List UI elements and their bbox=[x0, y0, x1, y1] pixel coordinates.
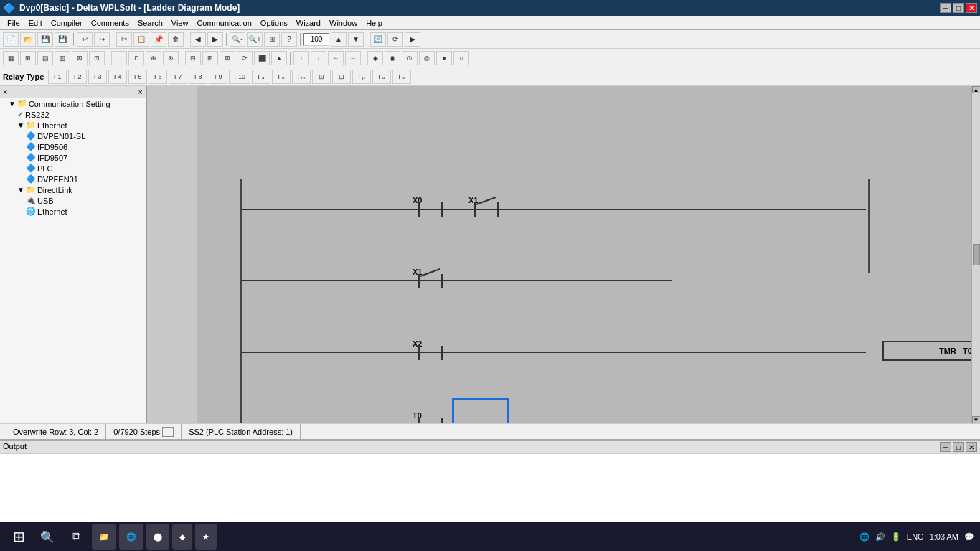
minimize-button[interactable]: ─ bbox=[940, 3, 951, 13]
taskbar-app1[interactable]: ◆ bbox=[172, 524, 192, 550]
tb-r12[interactable]: ⊞ bbox=[202, 51, 218, 65]
menu-window[interactable]: Window bbox=[325, 17, 362, 29]
tb-r11[interactable]: ⊟ bbox=[185, 51, 201, 65]
start-button[interactable]: ⊞ bbox=[6, 524, 32, 550]
menu-wizard[interactable]: Wizard bbox=[292, 17, 325, 29]
tb-r14[interactable]: ⟳ bbox=[237, 51, 253, 65]
scroll-down-arrow[interactable]: ▼ bbox=[972, 416, 981, 423]
output-close[interactable]: ✕ bbox=[966, 442, 977, 452]
tb-del[interactable]: 🗑 bbox=[168, 32, 184, 47]
left-panel-close[interactable]: × bbox=[138, 88, 143, 96]
tb-r15[interactable]: ⬛ bbox=[254, 51, 270, 65]
scroll-thumb[interactable] bbox=[973, 244, 980, 265]
taskbar-file-explorer[interactable]: 📁 bbox=[92, 524, 116, 550]
tb-zoom-in[interactable]: 🔍+ bbox=[247, 32, 263, 47]
tb-refresh[interactable]: 🔄 bbox=[370, 32, 386, 47]
task-view-button[interactable]: ⧉ bbox=[63, 524, 89, 550]
tb-zoom-down[interactable]: ▼ bbox=[348, 32, 364, 47]
tb-r25[interactable]: ● bbox=[436, 51, 452, 65]
tb-r7[interactable]: ⊔ bbox=[111, 51, 127, 65]
relay-btn-18[interactable]: Fᵥ bbox=[392, 70, 411, 84]
relay-btn-5[interactable]: F5 bbox=[128, 70, 147, 84]
tree-ethernet[interactable]: ▼ 📁 Ethernet bbox=[0, 120, 146, 131]
close-button[interactable]: ✕ bbox=[966, 3, 977, 13]
tb-zoom-out[interactable]: 🔍- bbox=[230, 32, 245, 47]
tb-r10[interactable]: ⊗ bbox=[163, 51, 179, 65]
tb-r23[interactable]: ⊙ bbox=[402, 51, 418, 65]
tb-r9[interactable]: ⊕ bbox=[146, 51, 161, 65]
menu-comments[interactable]: Comments bbox=[87, 17, 133, 29]
language-label[interactable]: ENG bbox=[907, 532, 924, 541]
tb-r26[interactable]: ○ bbox=[453, 51, 469, 65]
menu-options[interactable]: Options bbox=[256, 17, 292, 29]
tb-open[interactable]: 📂 bbox=[20, 32, 36, 47]
tb-r17[interactable]: ↑ bbox=[293, 51, 309, 65]
search-button[interactable]: 🔍 bbox=[34, 524, 60, 550]
tb-r1[interactable]: ▦ bbox=[3, 51, 19, 65]
tb-redo[interactable]: ↪ bbox=[94, 32, 110, 47]
tree-rs232[interactable]: ✓ RS232 bbox=[0, 109, 146, 120]
menu-compiler[interactable]: Compiler bbox=[47, 17, 87, 29]
taskbar-chrome[interactable]: ⬤ bbox=[146, 524, 169, 550]
menu-search[interactable]: Search bbox=[133, 17, 167, 29]
tree-dvpfen01[interactable]: 🔷 DVPFEN01 bbox=[0, 174, 146, 184]
diagram-area[interactable]: X0 X1 Y0 ( ) X1 bbox=[197, 86, 980, 423]
relay-btn-12[interactable]: Fₙ bbox=[272, 70, 291, 84]
tb-cut[interactable]: ✂ bbox=[116, 32, 132, 47]
tree-ifd9506[interactable]: 🔷 IFD9506 bbox=[0, 141, 146, 152]
scroll-up-arrow[interactable]: ▲ bbox=[972, 86, 981, 93]
tb-undo[interactable]: ↩ bbox=[77, 32, 93, 47]
tb-r18[interactable]: ↓ bbox=[311, 51, 326, 65]
tree-usb[interactable]: 🔌 USB bbox=[0, 195, 146, 206]
output-minimize[interactable]: ─ bbox=[940, 442, 951, 452]
relay-btn-17[interactable]: Fᵤ bbox=[372, 70, 391, 84]
relay-btn-1[interactable]: F1 bbox=[48, 70, 67, 84]
relay-btn-14[interactable]: ⊞ bbox=[312, 70, 331, 84]
relay-btn-15[interactable]: ⊡ bbox=[332, 70, 351, 84]
tb-r8[interactable]: ⊓ bbox=[128, 51, 144, 65]
tb-paste[interactable]: 📌 bbox=[151, 32, 166, 47]
relay-btn-3[interactable]: F3 bbox=[88, 70, 107, 84]
tb-r4[interactable]: ▥ bbox=[55, 51, 70, 65]
relay-btn-7[interactable]: F7 bbox=[169, 70, 187, 84]
menu-communication[interactable]: Communication bbox=[192, 17, 255, 29]
tb-run[interactable]: ▶ bbox=[405, 32, 420, 47]
maximize-button[interactable]: □ bbox=[953, 3, 964, 13]
menu-file[interactable]: File bbox=[3, 17, 24, 29]
relay-btn-9[interactable]: F9 bbox=[209, 70, 227, 84]
tb-help[interactable]: ? bbox=[281, 32, 297, 47]
tree-ethernet2[interactable]: 🌐 Ethernet bbox=[0, 206, 146, 217]
tb-refresh2[interactable]: ⟳ bbox=[387, 32, 403, 47]
relay-btn-11[interactable]: Fₐ bbox=[252, 70, 270, 84]
relay-btn-10[interactable]: F10 bbox=[229, 70, 250, 84]
tb-r5[interactable]: ⊠ bbox=[72, 51, 88, 65]
relay-btn-13[interactable]: Fₘ bbox=[292, 70, 311, 84]
tb-copy[interactable]: 📋 bbox=[133, 32, 149, 47]
diagram-scroll[interactable]: X0 X1 Y0 ( ) X1 bbox=[197, 86, 980, 423]
tb-right[interactable]: ▶ bbox=[207, 32, 223, 47]
relay-btn-2[interactable]: F2 bbox=[68, 70, 87, 84]
relay-btn-6[interactable]: F6 bbox=[149, 70, 167, 84]
tb-r19[interactable]: ← bbox=[328, 51, 344, 65]
v-scrollbar[interactable]: ▲ ▼ bbox=[971, 86, 980, 423]
output-maximize[interactable]: □ bbox=[953, 442, 964, 452]
relay-btn-16[interactable]: Fₚ bbox=[352, 70, 371, 84]
zoom-input[interactable] bbox=[303, 33, 329, 46]
tb-r21[interactable]: ◈ bbox=[367, 51, 383, 65]
tb-left[interactable]: ◀ bbox=[190, 32, 206, 47]
taskbar-edge[interactable]: 🌐 bbox=[119, 524, 143, 550]
tree-directlink[interactable]: ▼ 📁 DirectLink bbox=[0, 184, 146, 195]
tb-r13[interactable]: ⊠ bbox=[220, 51, 235, 65]
relay-btn-4[interactable]: F4 bbox=[108, 70, 127, 84]
tb-save[interactable]: 💾 bbox=[37, 32, 53, 47]
menu-view[interactable]: View bbox=[167, 17, 193, 29]
tb-zoom-fit[interactable]: ⊞ bbox=[264, 32, 280, 47]
tb-zoom-up[interactable]: ▲ bbox=[331, 32, 347, 47]
tree-dvpen01sl[interactable]: 🔷 DVPEN01-SL bbox=[0, 131, 146, 141]
menu-edit[interactable]: Edit bbox=[24, 17, 47, 29]
relay-btn-8[interactable]: F8 bbox=[189, 70, 207, 84]
taskbar-app2[interactable]: ★ bbox=[195, 524, 217, 550]
tb-r6[interactable]: ⊡ bbox=[89, 51, 105, 65]
tree-comm-setting[interactable]: ▼ 📁 Communication Setting bbox=[0, 98, 146, 109]
tree-ifd9507[interactable]: 🔷 IFD9507 bbox=[0, 152, 146, 163]
